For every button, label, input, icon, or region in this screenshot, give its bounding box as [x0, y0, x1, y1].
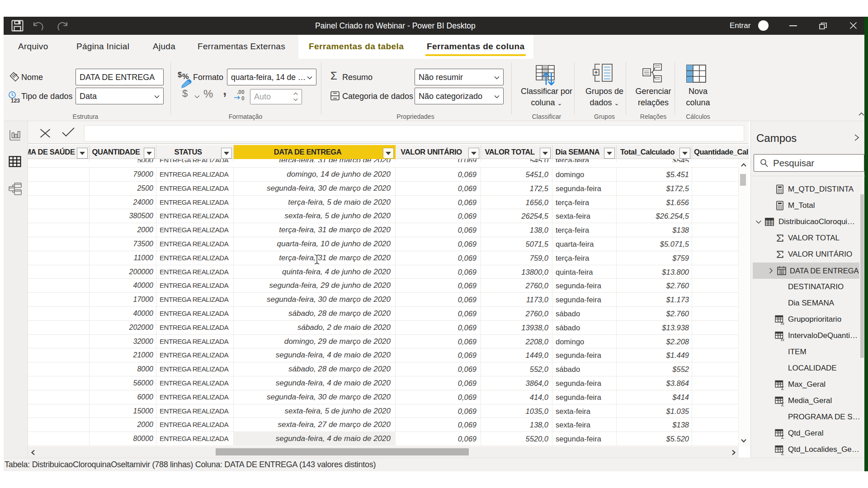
svg-text:Σ: Σ: [781, 434, 784, 439]
svg-text:Σ: Σ: [781, 385, 784, 390]
svg-text:0: 0: [241, 95, 245, 102]
svg-text:%: %: [182, 72, 189, 80]
svg-text:123: 123: [11, 98, 20, 104]
svg-text:.00: .00: [237, 89, 245, 95]
svg-text:fx: fx: [781, 320, 784, 325]
svg-text:$: $: [178, 70, 182, 79]
svg-text:Σ: Σ: [781, 402, 784, 407]
svg-text:Σ: Σ: [781, 450, 784, 455]
svg-text:fx: fx: [781, 337, 784, 342]
